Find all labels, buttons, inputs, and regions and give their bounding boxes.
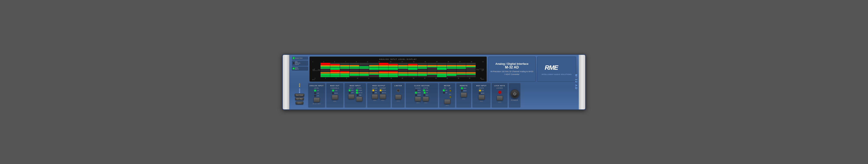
analog-input-select-btn[interactable] xyxy=(314,97,320,102)
controls-section: MIDI MADI Sync Check Sync Align select A… xyxy=(292,83,576,108)
madi-output-frame-label: FRAME xyxy=(372,87,377,89)
vu-meters-grid: LIMOVR30-18-42 xyxy=(312,63,484,77)
ch12-meter xyxy=(369,70,379,77)
meters-row-top xyxy=(320,63,476,70)
madi-output-cols: FRAME 96K 48K select FORMAT xyxy=(372,87,386,101)
ch7-meter xyxy=(349,63,359,70)
lock-keys-select-label: select xyxy=(498,101,501,103)
ch2-meter xyxy=(320,70,330,77)
steady-clock-indicator: Steady Clock xyxy=(292,56,308,60)
ch24-meter xyxy=(427,70,437,77)
ch30-meter xyxy=(457,70,466,77)
vertical-model-label: M-32 AD xyxy=(574,55,578,110)
level-plus19: +19 xyxy=(314,92,319,94)
limiter-select-btn[interactable] xyxy=(395,95,401,99)
madi-indicator: MADIMULTI xyxy=(292,67,308,71)
meters-columns xyxy=(320,63,476,77)
ch9-meter xyxy=(359,63,369,70)
clock-state-select-btn[interactable] xyxy=(423,97,429,101)
sync-check-button[interactable]: Sync Check xyxy=(295,93,304,97)
ch3-meter xyxy=(330,63,340,70)
midi-input-select-btn[interactable] xyxy=(478,95,485,100)
top-meter-bars xyxy=(320,63,476,70)
madi-state-select-btn[interactable] xyxy=(356,97,362,101)
limiter-led xyxy=(397,89,400,92)
meter-on: ON xyxy=(443,89,447,91)
top-section: Steady Clock adatOPTICAL192/24 MADIMULTI xyxy=(292,56,576,82)
madi-led xyxy=(293,68,294,69)
power-button[interactable]: ⏻ xyxy=(510,89,519,98)
clock-441: 44.1 xyxy=(423,94,428,96)
ch18-meter xyxy=(398,70,408,77)
level-plus13: +13 xyxy=(314,95,319,97)
lock-keys-locked-label: LOCKED xyxy=(496,87,503,89)
ch21-meter xyxy=(418,63,427,70)
ch5-meter xyxy=(340,63,349,70)
clock-adat-led xyxy=(415,94,417,96)
madi-input-bnc-led xyxy=(349,89,350,91)
madi-64ch-led xyxy=(356,92,358,93)
meter-block: METER PH ON AR QS xyxy=(439,83,455,108)
madi-output-96k: 96K xyxy=(372,89,377,91)
lim-scale-left: LIMOVR30-18-42 xyxy=(312,69,320,71)
madi-output-format-col: FORMAT 64 CH 56 CH select xyxy=(379,87,386,101)
clock-clock-select-btn[interactable] xyxy=(415,97,421,101)
rack-inner: Steady Clock adatOPTICAL192/24 MADIMULTI xyxy=(292,56,576,108)
ch20-meter xyxy=(408,70,417,77)
remote-select-label: select xyxy=(462,98,465,99)
clock-madi-led xyxy=(415,92,417,93)
remote-select-btn[interactable] xyxy=(461,92,467,97)
remote-midi: MIDI xyxy=(461,87,466,89)
adat-led xyxy=(293,62,294,64)
ch32-meter xyxy=(466,70,476,77)
madi-out-channels-label: CHANNELS xyxy=(331,87,339,89)
midi-input-select-label: select xyxy=(480,100,483,102)
ch6-meter xyxy=(340,70,349,77)
limiter-select-label: select xyxy=(397,100,400,101)
analog-select-button[interactable]: select xyxy=(296,101,304,105)
madi-output-64ch-led xyxy=(380,89,381,91)
midi-input-madi-led xyxy=(479,92,480,94)
madi-output-frame-col: FRAME 96K 48K select xyxy=(372,87,378,101)
lock-keys-block: LOCK KEYS LOCKED select xyxy=(492,83,508,108)
clock-select1-label: select xyxy=(416,102,420,103)
midi-input-din: DIN xyxy=(479,90,484,91)
ch13-meter xyxy=(379,63,389,70)
ch25-meter xyxy=(437,63,446,70)
ch29-meter xyxy=(457,63,466,70)
madi-label: MADIMULTI xyxy=(295,67,299,70)
meter-qs-led xyxy=(450,90,451,92)
meter-select-btn[interactable] xyxy=(444,99,450,104)
ch10-meter xyxy=(359,70,369,77)
meter-ds-label: DS xyxy=(449,93,451,95)
madi-out-ch2: 33-64 xyxy=(332,92,338,94)
madi-output-format-select-btn[interactable] xyxy=(380,94,386,99)
power-label: POWER xyxy=(511,99,518,101)
madi-output-48k: 48K xyxy=(372,92,377,93)
rme-logo: RME xyxy=(544,63,569,73)
madi-input-state-label: STATE xyxy=(357,87,362,89)
madi-input-select-btn[interactable] xyxy=(348,94,354,99)
limiter-title: LIMITER xyxy=(395,85,402,86)
plus13-led xyxy=(314,95,316,97)
madi-input-input-label: INPUT xyxy=(349,87,354,89)
ch19-meter xyxy=(408,63,417,70)
clock-state-label: STATE xyxy=(423,87,428,89)
vu-display: ANALOG INPUT LEVEL DISPLAY 1357911131517… xyxy=(309,56,487,82)
lock-keys-select-btn[interactable] xyxy=(497,96,503,100)
madi-state-col: STATE SYNC 64 CH 96K xyxy=(356,87,362,101)
madi-out-select-btn[interactable] xyxy=(332,95,338,100)
power-block: ⏻ POWER xyxy=(509,83,521,108)
sync-align-button[interactable]: Sync Align xyxy=(295,97,304,100)
lock-keys-title: LOCK KEYS xyxy=(494,85,505,86)
ch1-meter xyxy=(320,63,330,70)
madi-state-sync: SYNC xyxy=(356,89,362,91)
midi-input-block: MIDI INPUT STATE DIN MADI select xyxy=(472,83,491,108)
adat-indicator: adatOPTICAL192/24 xyxy=(292,60,308,66)
svg-text:RME: RME xyxy=(545,64,559,71)
clock-48: 48 xyxy=(424,92,428,93)
ch26-meter xyxy=(437,70,446,77)
madi-out-ch1-led xyxy=(332,90,334,91)
lock-keys-led xyxy=(498,91,501,93)
madi-output-frame-select-btn[interactable] xyxy=(372,94,378,99)
